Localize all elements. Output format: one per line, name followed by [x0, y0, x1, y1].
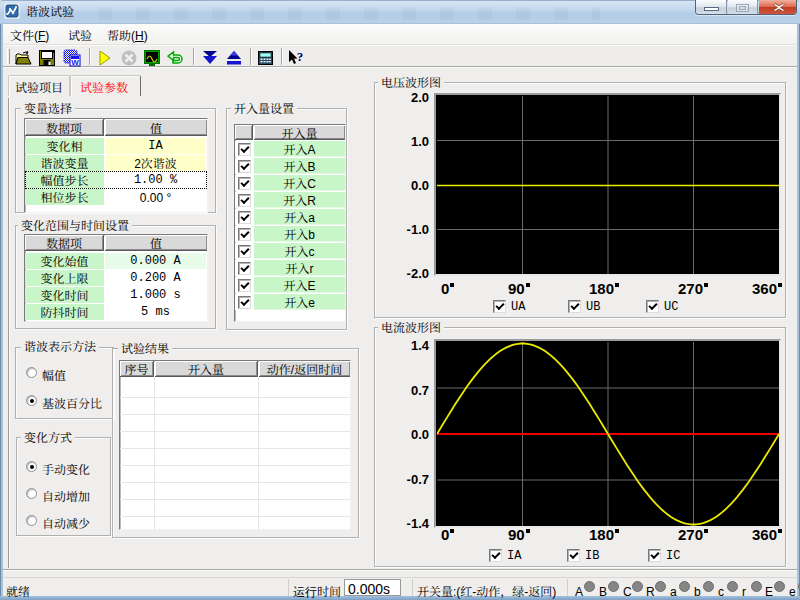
- svg-text:W: W: [71, 58, 79, 67]
- svg-text:?: ?: [297, 49, 304, 64]
